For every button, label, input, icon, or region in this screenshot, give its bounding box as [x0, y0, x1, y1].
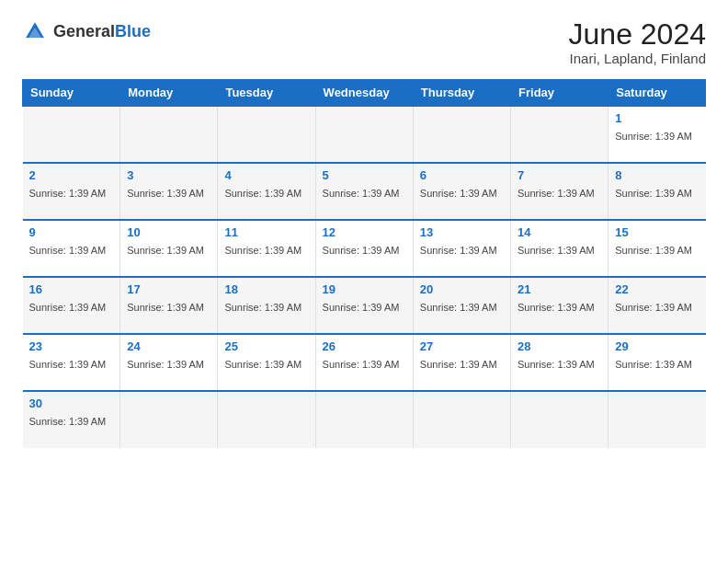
day-number: 3: [127, 168, 210, 182]
day-sunrise-info: Sunrise: 1:39 AM: [29, 188, 107, 199]
day-sunrise-info: Sunrise: 1:39 AM: [127, 359, 204, 370]
day-number: 18: [224, 282, 308, 296]
day-number: 25: [224, 339, 308, 353]
day-number: 30: [29, 396, 114, 410]
calendar-day-cell: 5Sunrise: 1:39 AM: [315, 163, 413, 220]
calendar-day-cell: 3Sunrise: 1:39 AM: [120, 163, 218, 220]
day-number: 5: [323, 168, 406, 182]
day-number: 19: [323, 282, 406, 296]
calendar-day-cell: 18Sunrise: 1:39 AM: [218, 277, 315, 334]
day-number: 17: [127, 282, 210, 296]
page-header: GeneralBlue June 2024 Inari, Lapland, Fi…: [22, 18, 706, 66]
day-number: 14: [518, 225, 601, 239]
calendar-day-cell: [23, 106, 120, 163]
calendar-day-cell: [120, 391, 218, 448]
day-number: 28: [518, 339, 601, 353]
day-sunrise-info: Sunrise: 1:39 AM: [29, 245, 107, 256]
day-number: 6: [420, 168, 504, 182]
day-sunrise-info: Sunrise: 1:39 AM: [29, 416, 107, 427]
calendar-day-cell: [413, 391, 510, 448]
day-sunrise-info: Sunrise: 1:39 AM: [224, 359, 301, 370]
day-sunrise-info: Sunrise: 1:39 AM: [127, 302, 204, 313]
logo-general-text: General: [53, 22, 115, 40]
calendar-table: Sunday Monday Tuesday Wednesday Thursday…: [22, 79, 706, 448]
day-number: 11: [224, 225, 308, 239]
day-number: 21: [518, 282, 601, 296]
day-number: 29: [615, 339, 700, 353]
calendar-day-cell: [511, 391, 609, 448]
calendar-day-cell: 23Sunrise: 1:39 AM: [23, 334, 120, 391]
day-sunrise-info: Sunrise: 1:39 AM: [518, 359, 595, 370]
calendar-day-cell: [120, 106, 218, 163]
calendar-day-cell: 15Sunrise: 1:39 AM: [609, 220, 706, 277]
calendar-day-cell: 20Sunrise: 1:39 AM: [413, 277, 510, 334]
day-number: 27: [420, 339, 504, 353]
calendar-day-cell: 12Sunrise: 1:39 AM: [315, 220, 413, 277]
day-sunrise-info: Sunrise: 1:39 AM: [323, 245, 400, 256]
location-text: Inari, Lapland, Finland: [569, 51, 706, 66]
day-sunrise-info: Sunrise: 1:39 AM: [127, 188, 204, 199]
day-number: 13: [420, 225, 504, 239]
day-sunrise-info: Sunrise: 1:39 AM: [420, 245, 497, 256]
calendar-day-cell: 30Sunrise: 1:39 AM: [23, 391, 120, 448]
day-number: 15: [615, 225, 700, 239]
calendar-header-row: Sunday Monday Tuesday Wednesday Thursday…: [23, 80, 707, 107]
calendar-day-cell: [315, 391, 413, 448]
calendar-week-row: 23Sunrise: 1:39 AM24Sunrise: 1:39 AM25Su…: [23, 334, 707, 391]
day-sunrise-info: Sunrise: 1:39 AM: [615, 302, 692, 313]
day-sunrise-info: Sunrise: 1:39 AM: [224, 302, 301, 313]
calendar-day-cell: 25Sunrise: 1:39 AM: [218, 334, 315, 391]
day-sunrise-info: Sunrise: 1:39 AM: [615, 188, 692, 199]
calendar-day-cell: 4Sunrise: 1:39 AM: [218, 163, 315, 220]
calendar-day-cell: [315, 106, 413, 163]
calendar-day-cell: 27Sunrise: 1:39 AM: [413, 334, 510, 391]
day-sunrise-info: Sunrise: 1:39 AM: [518, 188, 595, 199]
day-number: 22: [615, 282, 700, 296]
day-number: 20: [420, 282, 504, 296]
calendar-day-cell: 19Sunrise: 1:39 AM: [315, 277, 413, 334]
day-sunrise-info: Sunrise: 1:39 AM: [224, 245, 301, 256]
day-number: 23: [29, 339, 114, 353]
day-number: 12: [323, 225, 406, 239]
calendar-day-cell: 26Sunrise: 1:39 AM: [315, 334, 413, 391]
day-number: 9: [29, 225, 114, 239]
day-sunrise-info: Sunrise: 1:39 AM: [224, 188, 301, 199]
col-tuesday: Tuesday: [218, 80, 315, 107]
day-sunrise-info: Sunrise: 1:39 AM: [29, 359, 107, 370]
day-sunrise-info: Sunrise: 1:39 AM: [615, 359, 692, 370]
calendar-day-cell: 2Sunrise: 1:39 AM: [23, 163, 120, 220]
day-number: 26: [323, 339, 406, 353]
calendar-day-cell: 13Sunrise: 1:39 AM: [413, 220, 510, 277]
calendar-day-cell: 21Sunrise: 1:39 AM: [511, 277, 609, 334]
day-number: 16: [29, 282, 114, 296]
logo: GeneralBlue: [22, 18, 151, 44]
day-sunrise-info: Sunrise: 1:39 AM: [518, 245, 595, 256]
calendar-week-row: 9Sunrise: 1:39 AM10Sunrise: 1:39 AM11Sun…: [23, 220, 707, 277]
col-monday: Monday: [120, 80, 218, 107]
calendar-week-row: 30Sunrise: 1:39 AM: [23, 391, 707, 448]
calendar-day-cell: 14Sunrise: 1:39 AM: [511, 220, 609, 277]
day-sunrise-info: Sunrise: 1:39 AM: [420, 302, 497, 313]
calendar-day-cell: 22Sunrise: 1:39 AM: [609, 277, 706, 334]
col-saturday: Saturday: [609, 80, 706, 107]
day-number: 8: [615, 168, 700, 182]
col-wednesday: Wednesday: [315, 80, 413, 107]
day-sunrise-info: Sunrise: 1:39 AM: [615, 245, 692, 256]
day-number: 24: [127, 339, 210, 353]
day-sunrise-info: Sunrise: 1:39 AM: [615, 131, 692, 142]
title-block: June 2024 Inari, Lapland, Finland: [569, 18, 706, 66]
calendar-day-cell: 1Sunrise: 1:39 AM: [609, 106, 706, 163]
day-number: 7: [518, 168, 601, 182]
logo-blue-text: Blue: [115, 22, 151, 40]
calendar-day-cell: [413, 106, 510, 163]
calendar-day-cell: [609, 391, 706, 448]
day-sunrise-info: Sunrise: 1:39 AM: [127, 245, 204, 256]
calendar-day-cell: 10Sunrise: 1:39 AM: [120, 220, 218, 277]
calendar-week-row: 2Sunrise: 1:39 AM3Sunrise: 1:39 AM4Sunri…: [23, 163, 707, 220]
day-number: 2: [29, 168, 114, 182]
calendar-day-cell: [511, 106, 609, 163]
day-number: 10: [127, 225, 210, 239]
calendar-day-cell: [218, 106, 315, 163]
day-sunrise-info: Sunrise: 1:39 AM: [518, 302, 595, 313]
col-sunday: Sunday: [23, 80, 120, 107]
